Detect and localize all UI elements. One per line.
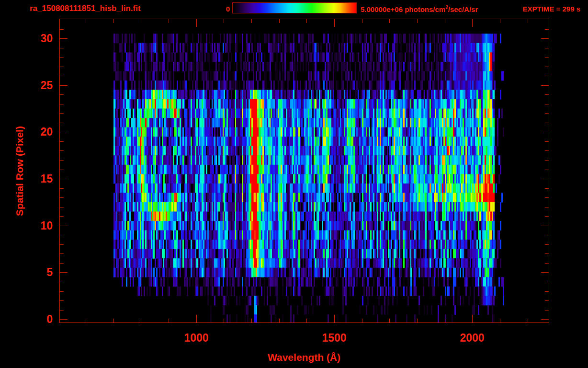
tick-mark — [500, 19, 500, 23]
tick-mark — [545, 310, 549, 310]
x-tick-label: 1500 — [311, 332, 357, 344]
tick-mark — [545, 282, 549, 282]
tick-mark — [60, 67, 64, 67]
tick-mark — [60, 38, 68, 39]
tick-mark — [60, 94, 64, 95]
tick-mark — [541, 226, 549, 226]
x-tick-label: 2000 — [449, 332, 495, 344]
y-tick-label: 30 — [17, 32, 53, 45]
tick-mark — [196, 19, 197, 27]
plot-frame — [59, 19, 549, 323]
y-axis-title: Spatial Row (Pixel) — [14, 99, 26, 243]
tick-mark — [417, 319, 418, 322]
tick-mark — [60, 76, 64, 76]
tick-mark — [60, 132, 68, 132]
tick-mark — [60, 104, 64, 104]
tick-mark — [86, 319, 86, 322]
y-tick-label: 5 — [17, 266, 53, 278]
tick-mark — [545, 29, 549, 30]
file-title: ra_150808111851_hisb_lin.fit — [30, 4, 141, 13]
tick-mark — [251, 319, 252, 322]
tick-mark — [389, 319, 390, 322]
tick-mark — [472, 315, 473, 322]
tick-mark — [60, 300, 64, 301]
tick-mark — [545, 291, 549, 292]
tick-mark — [334, 19, 335, 27]
tick-mark — [113, 319, 114, 322]
tick-mark — [541, 85, 549, 86]
tick-mark — [541, 132, 549, 132]
tick-mark — [306, 319, 307, 322]
tick-mark — [528, 19, 528, 23]
tick-mark — [60, 310, 64, 310]
tick-mark — [545, 188, 549, 189]
tick-mark — [60, 272, 68, 273]
tick-mark — [545, 48, 549, 48]
tick-mark — [545, 244, 549, 245]
tick-mark — [279, 319, 280, 322]
tick-mark — [334, 315, 335, 322]
fits-quicklook-window: ra_150808111851_hisb_lin.fit 0 5.00000e+… — [0, 0, 588, 368]
tick-mark — [60, 216, 64, 217]
tick-mark — [224, 19, 224, 23]
tick-mark — [60, 85, 68, 86]
tick-mark — [169, 19, 169, 23]
tick-mark — [545, 141, 549, 142]
tick-mark — [141, 319, 141, 322]
tick-mark — [113, 19, 114, 23]
tick-mark — [60, 319, 68, 320]
y-tick-label: 25 — [17, 79, 53, 92]
y-tick-label: 0 — [17, 313, 53, 325]
tick-mark — [60, 235, 64, 235]
tick-mark — [545, 94, 549, 95]
tick-mark — [445, 19, 445, 23]
tick-mark — [60, 207, 64, 207]
tick-mark — [545, 113, 549, 114]
tick-mark — [279, 19, 280, 23]
tick-mark — [60, 141, 64, 142]
tick-mark — [141, 19, 141, 23]
tick-mark — [545, 235, 549, 235]
tick-mark — [541, 272, 549, 273]
tick-mark — [545, 104, 549, 104]
tick-mark — [500, 319, 500, 322]
tick-mark — [224, 319, 224, 322]
tick-mark — [545, 67, 549, 67]
tick-mark — [86, 19, 86, 23]
tick-mark — [545, 123, 549, 123]
tick-mark — [251, 19, 252, 23]
tick-mark — [196, 315, 197, 322]
tick-mark — [417, 19, 418, 23]
x-axis-title: Wavelength (Å) — [232, 352, 376, 363]
tick-mark — [545, 57, 549, 58]
colorbar-max-suffix: /sec/A/sr — [448, 5, 478, 13]
tick-mark — [545, 150, 549, 151]
tick-mark — [545, 76, 549, 76]
tick-mark — [60, 291, 64, 292]
tick-mark — [60, 179, 68, 179]
tick-mark — [60, 170, 64, 170]
tick-mark — [362, 19, 362, 23]
tick-mark — [472, 19, 473, 27]
tick-mark — [545, 197, 549, 198]
tick-mark — [60, 57, 64, 58]
colorbar-min-label: 0 — [219, 5, 230, 13]
tick-mark — [60, 226, 68, 226]
tick-mark — [541, 38, 549, 39]
tick-mark — [60, 113, 64, 114]
tick-mark — [545, 216, 549, 217]
tick-mark — [60, 188, 64, 189]
tick-mark — [60, 253, 64, 254]
tick-mark — [60, 282, 64, 282]
tick-mark — [169, 319, 169, 322]
tick-mark — [60, 263, 64, 264]
colorbar-max-prefix: 5.00000e+06 photons/cm — [361, 5, 445, 13]
tick-mark — [60, 29, 64, 30]
colorbar — [232, 2, 357, 13]
tick-mark — [541, 319, 549, 320]
x-tick-label: 1000 — [173, 332, 219, 344]
tick-mark — [306, 19, 307, 23]
tick-mark — [545, 300, 549, 301]
tick-mark — [445, 319, 445, 322]
tick-mark — [528, 319, 528, 322]
